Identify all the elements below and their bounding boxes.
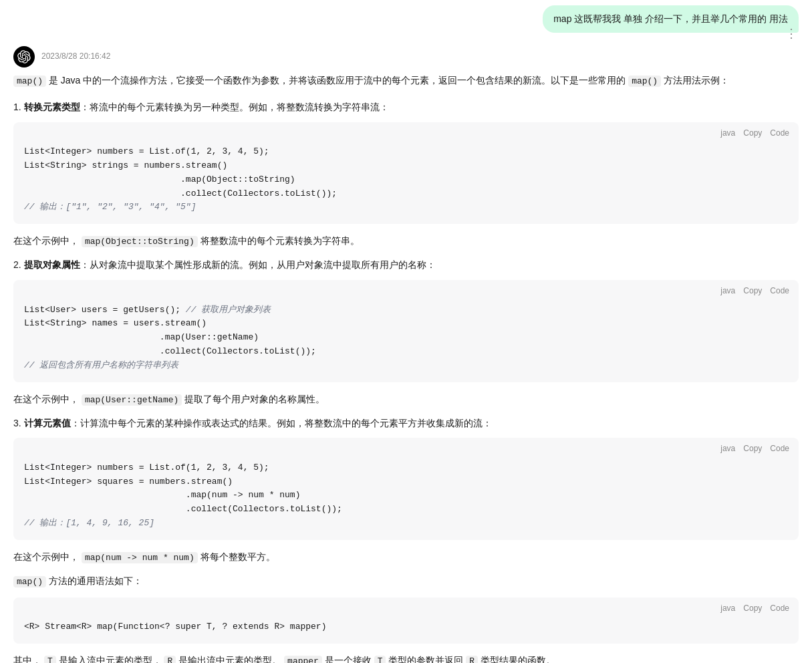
ai-avatar: [13, 46, 35, 68]
intro-map-code2: map(): [628, 76, 661, 87]
note-2-code: map(User::getName): [82, 394, 182, 406]
code-block-syntax-header: java Copy Code: [13, 598, 799, 619]
page-container: map 这既帮我我 单独 介绍一下，并且举几个常用的 用法 ⋮ 2023/8/2…: [0, 0, 812, 663]
user-message-container: map 这既帮我我 单独 介绍一下，并且举几个常用的 用法 ⋮: [0, 0, 812, 38]
copy-button-1[interactable]: Copy: [743, 126, 762, 140]
intro-text: map() 是 Java 中的一个流操作方法，它接受一个函数作为参数，并将该函数…: [13, 73, 799, 89]
code-block-1: java Copy Code List<Integer> numbers = L…: [13, 122, 799, 224]
user-message-text: map 这既帮我我 单独 介绍一下，并且举几个常用的 用法: [553, 13, 788, 24]
copy-button-2[interactable]: Copy: [743, 284, 762, 297]
code-lang-3: java: [720, 442, 735, 455]
note-3-code: map(num -> num * num): [82, 552, 198, 563]
section-3-heading: 3. 计算元素值：计算流中每个元素的某种操作或表达式的结果。例如，将整数流中的每…: [13, 416, 799, 432]
note-3: 在这个示例中， map(num -> num * num) 将每个整数平方。: [13, 549, 799, 565]
section-1-heading: 1. 转换元素类型：将流中的每个元素转换为另一种类型。例如，将整数流转换为字符串…: [13, 100, 799, 116]
summary-T2-code: T: [374, 656, 386, 663]
code-label-2: Code: [770, 284, 789, 297]
intro-suffix: 方法用法示例：: [664, 75, 729, 86]
intro-map-code: map(): [13, 76, 46, 87]
intro-body: 是 Java 中的一个流操作方法，它接受一个函数作为参数，并将该函数应用于流中的…: [49, 75, 628, 86]
note-1-code: map(Object::toString): [82, 236, 198, 247]
code-body-1: List<Integer> numbers = List.of(1, 2, 3,…: [13, 144, 799, 224]
syntax-label: map() 方法的通用语法如下：: [13, 573, 799, 589]
openai-icon: [17, 50, 31, 63]
code-lang-2: java: [720, 284, 735, 297]
summary-1: 其中， T 是输入流中元素的类型， R 是输出流中元素的类型。 mapper 是…: [13, 653, 799, 663]
syntax-section: map() 方法的通用语法如下： java Copy Code <R> Stre…: [13, 573, 799, 644]
code-label-1: Code: [770, 126, 789, 140]
section-2-heading: 2. 提取对象属性：从对象流中提取某个属性形成新的流。例如，从用户对象流中提取所…: [13, 257, 799, 273]
code-block-2: java Copy Code List<User> users = getUse…: [13, 280, 799, 382]
code-body-3: List<Integer> numbers = List.of(1, 2, 3,…: [13, 460, 799, 540]
code-body-2: List<User> users = getUsers(); // 获取用户对象…: [13, 302, 799, 382]
code-block-1-header: java Copy Code: [13, 122, 799, 144]
note-1: 在这个示例中， map(Object::toString) 将整数流中的每个元素…: [13, 233, 799, 249]
code-block-2-header: java Copy Code: [13, 280, 799, 301]
syntax-map-code: map(): [13, 576, 46, 587]
ai-timestamp: 2023/8/28 20:16:42: [41, 50, 110, 63]
copy-button-syntax[interactable]: Copy: [743, 602, 762, 615]
note-2: 在这个示例中， map(User::getName) 提取了每个用户对象的名称属…: [13, 392, 799, 408]
summary-R-code: R: [164, 656, 176, 663]
code-block-3: java Copy Code List<Integer> numbers = L…: [13, 438, 799, 539]
copy-button-3[interactable]: Copy: [743, 442, 762, 455]
code-block-syntax: java Copy Code <R> Stream<R> map(Functio…: [13, 598, 799, 644]
ai-content: map() 是 Java 中的一个流操作方法，它接受一个函数作为参数，并将该函数…: [13, 73, 799, 663]
user-message-bubble: map 这既帮我我 单独 介绍一下，并且举几个常用的 用法: [543, 5, 799, 33]
summary-mapper-code: mapper: [284, 656, 322, 663]
ai-header: 2023/8/28 20:16:42: [13, 38, 799, 73]
summary-R2-code: R: [466, 656, 478, 663]
code-lang-1: java: [720, 126, 735, 140]
code-body-syntax: <R> Stream<R> map(Function<? super T, ? …: [13, 619, 799, 644]
code-label-3: Code: [770, 442, 789, 455]
summary-T-code: T: [44, 656, 56, 663]
ai-response-container: 2023/8/28 20:16:42 map() 是 Java 中的一个流操作方…: [0, 38, 812, 663]
code-block-3-header: java Copy Code: [13, 438, 799, 459]
more-options-button[interactable]: ⋮: [785, 24, 797, 43]
code-label-syntax: Code: [770, 602, 789, 615]
code-lang-syntax: java: [720, 602, 735, 615]
